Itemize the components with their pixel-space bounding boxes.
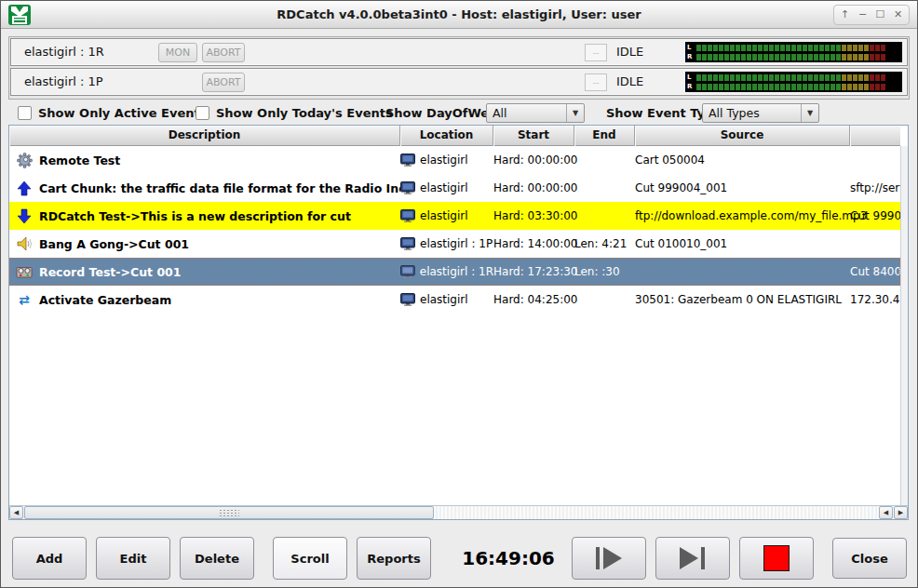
col-source[interactable]: Source [635, 126, 850, 146]
scroll-right-icon[interactable]: ▶ [894, 506, 908, 519]
table-header: Description Location Start End Source [9, 126, 900, 146]
scroll-left-icon[interactable]: ◀ [879, 506, 893, 519]
meter-left-label: L [687, 74, 696, 82]
monitor-icon [400, 293, 415, 306]
col-extra[interactable] [850, 126, 900, 146]
stop-record-button[interactable] [739, 537, 814, 580]
meter-right-label: R [687, 53, 696, 61]
meter-track-left [696, 45, 900, 51]
deck-1p: elastigirl : 1P ABORT -- IDLE L R [10, 68, 908, 96]
eventtype-value: All Types [703, 106, 801, 120]
skip-forward-icon [677, 545, 709, 571]
meter-track-right [696, 84, 900, 90]
add-button[interactable]: Add [12, 537, 87, 580]
scroll-button[interactable]: Scroll [273, 537, 347, 580]
table-row[interactable]: Remote Test elastigirl Hard: 00:00:00 Ca… [9, 146, 900, 174]
col-start[interactable]: Start [493, 126, 574, 146]
shade-button[interactable]: ↑ [836, 7, 854, 23]
window-title: RDCatch v4.0.0beta3int0 - Host: elastigi… [1, 1, 917, 29]
window-controls: ↑ − ☐ ✕ [833, 5, 910, 25]
table-row[interactable]: Bang A Gong->Cut 001 elastigirl : 1P Har… [9, 230, 900, 258]
reports-button[interactable]: Reports [357, 537, 431, 580]
scrollbar-track[interactable] [434, 506, 878, 519]
minimize-button[interactable]: − [854, 7, 871, 23]
monitor-icon [400, 209, 415, 222]
filter-bar: Show Only Active Events Show Only Today'… [1, 101, 917, 126]
eventtype-select[interactable]: All Types ▼ [702, 103, 819, 123]
channel-chip-1p[interactable]: -- [585, 74, 607, 91]
audio-meter-1r: L R [685, 42, 902, 62]
deck-panel: elastigirl : 1R MON ABORT -- IDLE L R el… [8, 36, 910, 100]
meter-left-label: L [687, 44, 696, 52]
audio-meter-1p: L R [685, 72, 902, 92]
show-active-label: Show Only Active Events [38, 101, 207, 126]
edit-button[interactable]: Edit [96, 537, 170, 580]
dayofweek-select[interactable]: All ▼ [486, 103, 585, 123]
arrow-up-icon [16, 180, 33, 196]
record-stop-icon [763, 545, 790, 571]
events-table: Description Location Start End Source [8, 125, 909, 520]
col-location[interactable]: Location [400, 126, 493, 146]
abort-button-1r[interactable]: ABORT [202, 43, 245, 62]
dayofweek-value: All [487, 106, 566, 120]
vertical-scrollbar[interactable] [900, 146, 908, 505]
play-button[interactable] [572, 537, 646, 580]
show-active-checkbox[interactable] [18, 106, 32, 120]
maximize-button[interactable]: ☐ [871, 7, 889, 23]
rdcatch-window: RDCatch v4.0.0beta3int0 - Host: elastigi… [0, 0, 918, 588]
horizontal-scrollbar[interactable]: ◀ ◀ ▶ [9, 505, 908, 519]
scrollbar-thumb[interactable] [24, 506, 434, 519]
monitor-icon [400, 265, 415, 278]
deck-1r-label: elastigirl : 1R [24, 39, 104, 65]
show-today-checkbox[interactable] [196, 106, 209, 120]
recorder-icon [16, 263, 33, 280]
show-today-label: Show Only Today's Events [216, 101, 393, 126]
deck-1r: elastigirl : 1R MON ABORT -- IDLE L R [10, 38, 908, 66]
deck-1p-label: elastigirl : 1P [24, 69, 103, 95]
scrollbar-grip [219, 509, 239, 517]
arrow-down-icon [16, 207, 33, 224]
monitor-icon [400, 237, 415, 250]
speaker-icon [16, 235, 33, 252]
channel-chip-1r[interactable]: -- [585, 44, 607, 61]
monitor-icon [400, 154, 415, 167]
chevron-down-icon: ▼ [566, 104, 584, 122]
delete-button[interactable]: Delete [180, 537, 254, 580]
table-row[interactable]: ⇄ Activate Gazerbeam elastigirl Hard: 04… [9, 286, 900, 314]
meter-track-left [696, 74, 900, 81]
deck-1r-status: IDLE [616, 39, 643, 65]
col-end[interactable]: End [574, 126, 635, 146]
close-button[interactable]: Close [832, 538, 907, 579]
deck-1p-status: IDLE [616, 69, 643, 95]
play-next-button[interactable] [655, 537, 730, 580]
table-row-highlighted[interactable]: RDCatch Test->This is a new description … [9, 202, 900, 230]
table-row-selected[interactable]: Record Test->Cut 001 elastigirl : 1R Har… [9, 258, 900, 286]
gear-icon [16, 152, 33, 168]
meter-track-right [696, 54, 900, 60]
close-window-button[interactable]: ✕ [889, 7, 907, 23]
monitor-icon [400, 181, 415, 194]
scroll-left-icon[interactable]: ◀ [9, 506, 23, 519]
table-body: Remote Test elastigirl Hard: 00:00:00 Ca… [9, 146, 900, 505]
meter-right-label: R [687, 83, 696, 91]
titlebar[interactable]: RDCatch v4.0.0beta3int0 - Host: elastigi… [1, 1, 917, 29]
play-icon [593, 545, 625, 571]
table-row[interactable]: Cart Chunk: the traffic data file format… [9, 174, 900, 202]
wall-clock: 16:49:06 [455, 537, 561, 580]
col-description[interactable]: Description [9, 126, 400, 146]
abort-button-1p[interactable]: ABORT [202, 73, 245, 92]
chevron-down-icon: ▼ [801, 104, 818, 122]
monitor-button[interactable]: MON [158, 43, 197, 62]
macro-icon: ⇄ [16, 291, 33, 308]
